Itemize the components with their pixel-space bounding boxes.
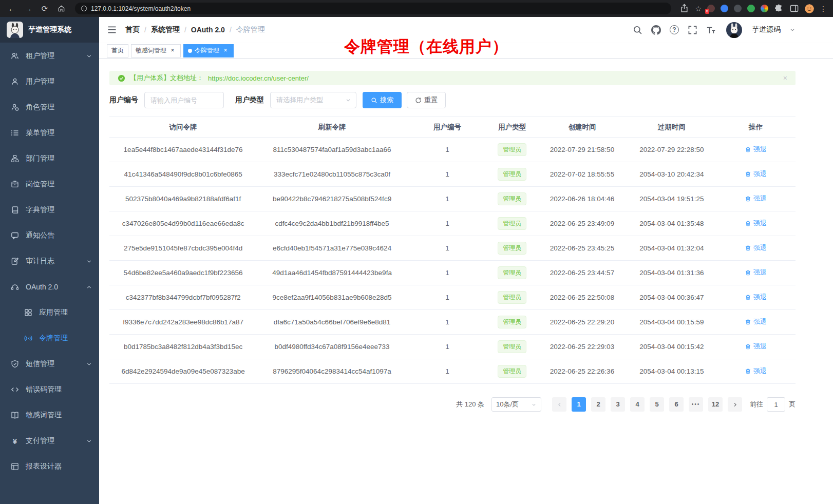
col-user-id: 用户编号 xyxy=(407,117,487,138)
alert-close-icon[interactable]: × xyxy=(783,74,787,82)
force-logout-button[interactable]: 强退 xyxy=(745,243,767,253)
extension-icon-2[interactable] xyxy=(721,5,728,12)
next-page-button[interactable] xyxy=(728,397,742,412)
page-button[interactable]: 6 xyxy=(669,397,684,412)
user-id-cell: 1 xyxy=(407,162,487,187)
force-logout-button[interactable]: 强退 xyxy=(745,342,767,351)
sidebar-item-sms[interactable]: 短信管理 xyxy=(0,351,99,377)
tab-token-manage[interactable]: 令牌管理 × xyxy=(183,44,234,57)
prev-page-button[interactable] xyxy=(552,397,566,412)
sidebar-item-sensitive-word[interactable]: 敏感词管理 xyxy=(0,402,99,428)
force-logout-button[interactable]: 强退 xyxy=(745,268,767,277)
sidebar-item-error-code[interactable]: 错误码管理 xyxy=(0,377,99,402)
expire-time-cell: 2054-03-04 01:31:36 xyxy=(628,261,716,285)
extension-icon-3[interactable] xyxy=(734,5,742,12)
share-icon[interactable] xyxy=(679,4,689,13)
created-time-cell: 2022-06-25 22:29:03 xyxy=(537,335,627,359)
address-bar[interactable]: 127.0.0.1:1024/system/oauth2/token xyxy=(75,3,671,14)
extension-icon-1[interactable]: 6 xyxy=(707,5,715,12)
fullscreen-icon[interactable] xyxy=(688,25,697,35)
font-size-icon[interactable] xyxy=(706,25,716,35)
breadcrumb-system[interactable]: 系统管理 xyxy=(151,25,180,34)
browser-back-icon[interactable]: ← xyxy=(6,3,17,14)
sidebar-item-post[interactable]: 岗位管理 xyxy=(0,171,99,197)
reset-button[interactable]: 重置 xyxy=(407,92,446,108)
sidebar-item-dict[interactable]: 字典管理 xyxy=(0,197,99,223)
sidebar-item-user[interactable]: 用户管理 xyxy=(0,69,99,94)
extensions-puzzle-icon[interactable] xyxy=(774,4,784,13)
user-type-select[interactable]: 请选择用户类型 xyxy=(270,92,356,108)
browser-home-icon[interactable] xyxy=(55,3,67,14)
sidebar-item-label: OAuth 2.0 xyxy=(26,283,58,291)
app-logo[interactable]: 芋道管理系统 xyxy=(0,17,99,43)
sidebar-item-notice[interactable]: 通知公告 xyxy=(0,223,99,248)
user-type-cell: 管理员 xyxy=(487,162,537,187)
force-logout-button[interactable]: 强退 xyxy=(745,317,767,326)
tab-home[interactable]: 首页 xyxy=(107,44,128,57)
breadcrumb-oauth[interactable]: OAuth 2.0 xyxy=(191,26,225,34)
page-button[interactable]: 2 xyxy=(591,397,605,412)
force-logout-button[interactable]: 强退 xyxy=(745,219,767,228)
user-type-label: 用户类型 xyxy=(235,95,264,105)
sidebar-item-dept[interactable]: 部门管理 xyxy=(0,146,99,171)
tab-close-icon[interactable]: × xyxy=(169,47,176,54)
created-time-cell: 2022-06-25 22:50:08 xyxy=(537,285,627,310)
doc-link[interactable]: https://doc.iocoder.cn/user-center/ xyxy=(208,74,309,82)
tab-sensitive-word[interactable]: 敏感词管理 × xyxy=(131,44,181,57)
sidebar-item-role[interactable]: 角色管理 xyxy=(0,94,99,120)
page-button[interactable]: 1 xyxy=(572,397,586,412)
action-cell: 强退 xyxy=(716,211,796,236)
goto-page-input[interactable] xyxy=(767,397,785,412)
breadcrumb-home[interactable]: 首页 xyxy=(125,25,140,34)
breadcrumb-separator: / xyxy=(184,26,186,34)
help-icon[interactable]: ? xyxy=(670,25,679,34)
action-cell: 强退 xyxy=(716,236,796,261)
user-avatar[interactable] xyxy=(726,22,742,38)
created-time-cell: 2022-06-25 22:26:36 xyxy=(537,359,627,384)
force-logout-label: 强退 xyxy=(753,194,767,203)
search-icon[interactable] xyxy=(633,25,642,35)
sidebar-item-audit-log[interactable]: 审计日志 xyxy=(0,248,99,274)
user-caret-down-icon[interactable] xyxy=(789,27,796,33)
extension-icon-4[interactable] xyxy=(747,5,755,12)
browser-profile-avatar[interactable] xyxy=(805,4,814,13)
page-button[interactable]: 4 xyxy=(630,397,645,412)
page-button[interactable]: 5 xyxy=(650,397,664,412)
site-info-icon[interactable] xyxy=(81,5,87,12)
page-ellipsis[interactable]: ••• xyxy=(689,397,703,412)
tab-close-icon[interactable]: × xyxy=(222,47,229,54)
search-button[interactable]: 搜索 xyxy=(363,92,402,108)
force-logout-button[interactable]: 强退 xyxy=(745,145,767,154)
sidebar-item-report-designer[interactable]: 报表设计器 xyxy=(0,454,99,479)
browser-reload-icon[interactable]: ⟳ xyxy=(39,3,50,14)
user-id-input[interactable] xyxy=(144,92,224,108)
tab-label: 令牌管理 xyxy=(195,46,219,55)
force-logout-button[interactable]: 强退 xyxy=(745,194,767,203)
browser-menu-icon[interactable]: ⋮ xyxy=(820,5,827,13)
sidebar-item-menu[interactable]: 菜单管理 xyxy=(0,120,99,146)
sidebar-item-tenant[interactable]: 租户管理 xyxy=(0,43,99,69)
page-button[interactable]: 3 xyxy=(611,397,625,412)
sidebar-item-oauth2[interactable]: OAuth 2.0 xyxy=(0,274,99,300)
username[interactable]: 芋道源码 xyxy=(752,25,781,34)
access-token-cell: 275e5de9151045fe87cbdc395e004f4d xyxy=(109,236,257,261)
sidebar-item-payment[interactable]: ¥ 支付管理 xyxy=(0,428,99,454)
bookmark-star-icon[interactable]: ☆ xyxy=(695,5,702,13)
sidebar-item-token-manage[interactable]: 令牌管理 xyxy=(0,325,99,351)
sidebar-toggle-icon[interactable] xyxy=(107,25,117,35)
page-size-select[interactable]: 10条/页 xyxy=(491,397,541,412)
col-actions: 操作 xyxy=(716,117,796,138)
browser-forward-icon[interactable]: → xyxy=(23,3,34,14)
github-icon[interactable] xyxy=(651,25,661,35)
access-token-cell: 54d6be82ee5a460a9aedc1f9bf223656 xyxy=(109,261,257,285)
audit-log-icon xyxy=(11,257,19,265)
dict-book-icon xyxy=(11,206,19,214)
sidebar-item-app-manage[interactable]: 应用管理 xyxy=(0,300,99,325)
force-logout-button[interactable]: 强退 xyxy=(745,169,767,179)
force-logout-button[interactable]: 强退 xyxy=(745,366,767,376)
delete-icon xyxy=(745,171,751,178)
side-panel-icon[interactable] xyxy=(789,4,799,13)
force-logout-button[interactable]: 强退 xyxy=(745,293,767,302)
extension-icon-5[interactable] xyxy=(761,5,768,12)
page-button[interactable]: 12 xyxy=(708,397,723,412)
